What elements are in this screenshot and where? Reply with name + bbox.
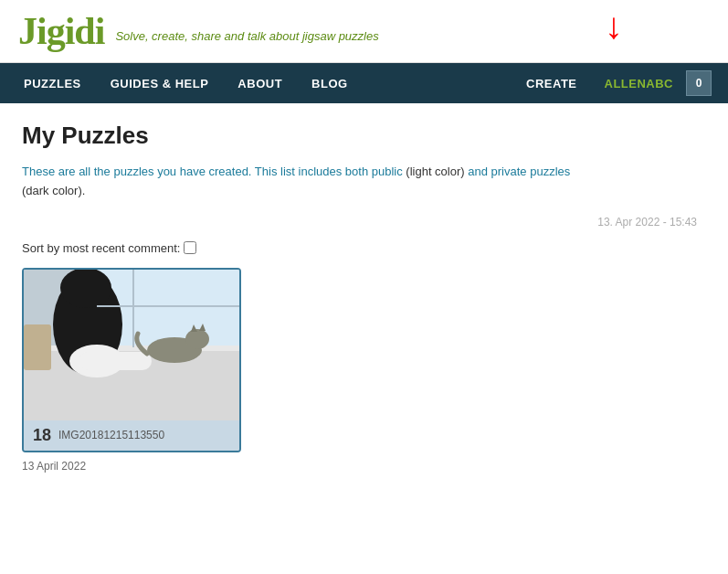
nav-create[interactable]: CREATE	[512, 63, 591, 103]
sort-row: Sort by most recent comment:	[22, 241, 706, 255]
svg-rect-15	[24, 324, 51, 370]
sort-label: Sort by most recent comment:	[22, 241, 180, 255]
description-text: These are all the puzzles you have creat…	[22, 163, 706, 201]
main-content: My Puzzles These are all the puzzles you…	[0, 103, 728, 491]
site-header: Jigidi Solve, create, share and talk abo…	[0, 0, 728, 63]
nav-guides[interactable]: GUIDES & HELP	[96, 63, 224, 103]
desc-paren1: (light color)	[403, 165, 465, 178]
puzzle-card[interactable]: 18 IMG20181215113550	[22, 268, 241, 452]
svg-rect-8	[79, 352, 152, 370]
svg-point-6	[60, 270, 111, 308]
puzzle-info-bar: 18 IMG20181215113550	[24, 420, 239, 451]
nav-username[interactable]: ALLENABC	[592, 63, 687, 103]
puzzle-piece-count: 18	[33, 426, 51, 445]
puzzle-image	[24, 270, 241, 420]
desc-paren2: (dark color).	[22, 184, 85, 197]
puzzle-date: 13 April 2022	[22, 460, 706, 473]
arrow-icon: ↓	[605, 7, 623, 44]
timestamp: 13. Apr 2022 - 15:43	[22, 216, 706, 229]
site-tagline: Solve, create, share and talk about jigs…	[115, 29, 378, 43]
svg-point-10	[185, 329, 209, 349]
puzzle-image-svg	[24, 270, 241, 420]
nav-notification-count[interactable]: 0	[686, 70, 712, 96]
desc-part1: These are all the puzzles you have creat…	[22, 165, 403, 178]
nav-about[interactable]: ABOUT	[223, 63, 297, 103]
logo-text: Jigidi	[18, 10, 104, 52]
site-logo[interactable]: Jigidi	[18, 9, 104, 53]
page-title: My Puzzles	[22, 122, 706, 150]
nav-puzzles[interactable]: PUZZLES	[9, 63, 96, 103]
nav-blog[interactable]: BLOG	[297, 63, 363, 103]
puzzle-filename: IMG20181215113550	[58, 429, 164, 441]
sort-checkbox[interactable]	[184, 241, 196, 254]
desc-part2: and private puzzles	[465, 165, 571, 178]
main-nav: PUZZLES GUIDES & HELP ABOUT BLOG CREATE …	[0, 63, 728, 103]
